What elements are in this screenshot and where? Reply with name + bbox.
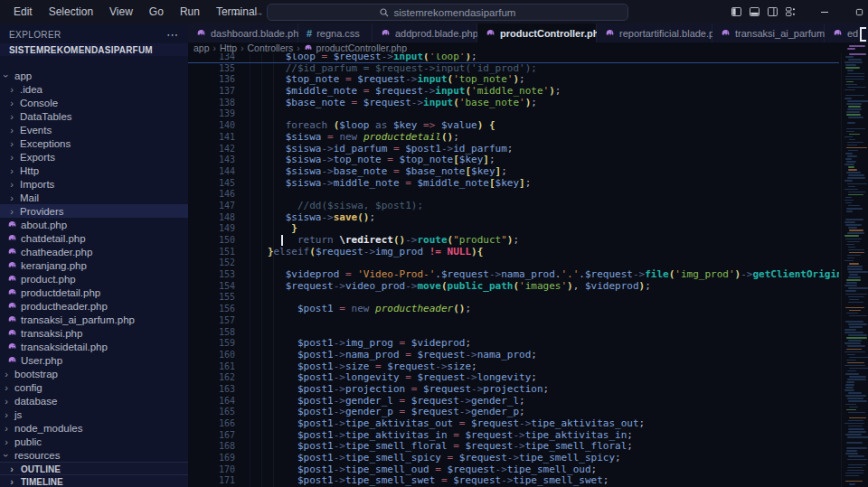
minimap[interactable] bbox=[841, 45, 868, 487]
customize-layout-icon[interactable] bbox=[781, 0, 799, 23]
php-file-icon bbox=[7, 246, 17, 258]
toggle-panel-icon[interactable] bbox=[745, 0, 763, 23]
tree-item-productheader-php[interactable]: productheader.php bbox=[0, 299, 188, 313]
line-number: 139 bbox=[188, 108, 250, 120]
search-value: sistemrekomendasiparfum bbox=[394, 7, 516, 18]
tree-item-resources[interactable]: ›resources bbox=[0, 448, 188, 462]
tab-addprod-blade-php[interactable]: addprod.blade.php bbox=[373, 23, 477, 42]
breadcrumb[interactable]: app›Http›Controllers›productController.p… bbox=[188, 42, 844, 53]
tree-item-label: chatheader.php bbox=[21, 247, 92, 258]
tree-item-transaksi-ai-parfum-php[interactable]: transaksi_ai_parfum.php bbox=[0, 313, 188, 326]
tree-item-datatables[interactable]: ›DataTables bbox=[0, 109, 188, 123]
toggle-secondary-sidebar-icon[interactable] bbox=[763, 0, 781, 23]
tab-overflow-icon bbox=[860, 27, 866, 42]
code-line-154[interactable]: 154 $request->video_prod->move(public_pa… bbox=[188, 281, 839, 293]
explorer-actions-icon[interactable]: ⋯ bbox=[166, 28, 179, 42]
code-line-151[interactable]: 151 }elseif($request->img_prod != NULL){ bbox=[188, 247, 839, 258]
tree-item-providers[interactable]: ›Providers bbox=[0, 204, 188, 218]
tree-item-console[interactable]: ›Console bbox=[0, 96, 188, 109]
tree-item-mail[interactable]: ›Mail bbox=[0, 191, 188, 204]
tree-item-public[interactable]: ›public bbox=[0, 435, 188, 448]
timeline-section-header[interactable]: › TIMELINE bbox=[0, 474, 188, 487]
code-line-160[interactable]: 160 $post1->nama_prod = $request->nama_p… bbox=[188, 350, 839, 361]
menu-go[interactable]: Go bbox=[141, 5, 172, 18]
text-cursor bbox=[281, 235, 283, 246]
tree-item-label: Exports bbox=[20, 152, 55, 163]
tree-item-exports[interactable]: ›Exports bbox=[0, 150, 188, 164]
menu-selection[interactable]: Selection bbox=[41, 5, 101, 18]
nav-forward-icon[interactable]: → bbox=[252, 5, 264, 19]
minimize-icon[interactable] bbox=[816, 0, 834, 23]
breadcrumb-item[interactable]: Controllers bbox=[247, 42, 293, 53]
tab-transaksi-ai-parfum-php[interactable]: transaksi_ai_parfum.php bbox=[712, 23, 825, 42]
tree-item-label: transaksi.php bbox=[21, 328, 82, 339]
tree-item-transaksi-php[interactable]: transaksi.php bbox=[0, 326, 188, 340]
breadcrumb-item[interactable]: Http bbox=[220, 42, 237, 53]
line-number: 140 bbox=[188, 120, 250, 132]
menu-run[interactable]: Run bbox=[172, 5, 208, 18]
breadcrumb-separator-icon: › bbox=[213, 43, 216, 53]
tree-item-chatheader-php[interactable]: chatheader.php bbox=[0, 245, 188, 258]
tree-item-transaksidetail-php[interactable]: transaksidetail.php bbox=[0, 340, 188, 353]
search-input[interactable]: sistemrekomendasiparfum bbox=[267, 4, 628, 21]
code-text: $siswa->middle_note = $middle_note[$key]… bbox=[250, 178, 531, 190]
tree-item-label: Console bbox=[20, 98, 58, 108]
menu-view[interactable]: View bbox=[101, 5, 141, 18]
php-file-icon bbox=[605, 27, 615, 39]
tree-item--idea[interactable]: ›.idea bbox=[0, 82, 188, 96]
code-line-156[interactable]: 156 $post1 = new productheader(); bbox=[188, 304, 839, 315]
line-number: 137 bbox=[188, 86, 250, 98]
tree-item-label: Http bbox=[20, 165, 39, 176]
code-line-171[interactable]: 171 $post1->tipe_smell_swet = $request->… bbox=[188, 475, 839, 487]
tree-item-app[interactable]: ›app bbox=[0, 69, 188, 82]
code-text: $post1 = new productheader(); bbox=[250, 304, 471, 315]
line-number: 162 bbox=[188, 372, 250, 384]
code-line-157[interactable]: 157 bbox=[188, 315, 839, 327]
code-line-138[interactable]: 138 $base_note = $request->input('base_n… bbox=[188, 98, 839, 109]
tree-item-productdetail-php[interactable]: productdetail.php bbox=[0, 286, 188, 299]
line-number: 141 bbox=[188, 132, 250, 144]
toggle-sidebar-icon[interactable] bbox=[727, 0, 745, 23]
tree-item-label: resources bbox=[14, 450, 61, 461]
chevron-right-icon: › bbox=[2, 437, 11, 446]
tab-dashboard-blade-php[interactable]: dashboard.blade.php bbox=[188, 23, 298, 42]
editor-area: 134 $loop = $request->input('loop');135 … bbox=[188, 23, 839, 487]
tree-item-config[interactable]: ›config bbox=[0, 380, 188, 394]
outline-section-header[interactable]: › OUTLINE bbox=[0, 462, 188, 475]
line-number: 138 bbox=[188, 98, 250, 109]
code-line-145[interactable]: 145 $siswa->middle_note = $middle_note[$… bbox=[188, 178, 839, 190]
tab-regna-css[interactable]: #regna.css bbox=[298, 23, 373, 42]
tree-item-imports[interactable]: ›Imports bbox=[0, 177, 188, 191]
tree-item-exceptions[interactable]: ›Exceptions bbox=[0, 136, 188, 150]
tree-item-chatdetail-php[interactable]: chatdetail.php bbox=[0, 231, 188, 245]
tree-item-label: .idea bbox=[20, 84, 42, 95]
tree-item-label: Exceptions bbox=[20, 138, 71, 149]
line-number: 154 bbox=[188, 281, 250, 293]
tree-item-keranjang-php[interactable]: keranjang.php bbox=[0, 258, 188, 272]
tree-item-database[interactable]: ›database bbox=[0, 394, 188, 407]
tab-reportartificial-blade-php[interactable]: reportartificial.blade.php bbox=[597, 23, 712, 42]
tree-item-product-php[interactable]: product.php bbox=[0, 272, 188, 286]
line-number: 144 bbox=[188, 166, 250, 178]
code-view[interactable]: 134 $loop = $request->input('loop');135 … bbox=[188, 52, 839, 487]
menu-edit[interactable]: Edit bbox=[5, 5, 41, 18]
project-section-header[interactable]: SISTEMREKOMENDASIPARFUM bbox=[0, 43, 188, 56]
tab-productcontroller-php[interactable]: productController.php✕ bbox=[477, 23, 597, 42]
code-text: $request->video_prod->move(public_path('… bbox=[250, 281, 651, 293]
breadcrumb-item[interactable]: productController.php bbox=[316, 42, 407, 53]
chevron-right-icon: › bbox=[7, 477, 16, 486]
tree-item-about-php[interactable]: about.php bbox=[0, 218, 188, 231]
tree-item-http[interactable]: ›Http bbox=[0, 164, 188, 177]
php-file-icon bbox=[7, 273, 17, 285]
tree-item-bootstrap[interactable]: ›bootstrap bbox=[0, 367, 188, 380]
nav-back-icon[interactable]: ← bbox=[231, 5, 243, 19]
restore-icon[interactable] bbox=[850, 0, 868, 23]
breadcrumb-item[interactable]: app bbox=[193, 42, 210, 53]
tree-item-node-modules[interactable]: ›node_modules bbox=[0, 421, 188, 435]
window-controls bbox=[727, 0, 868, 23]
tree-item-label: database bbox=[14, 396, 57, 407]
tree-item-js[interactable]: ›js bbox=[0, 407, 188, 421]
tree-item-events[interactable]: ›Events bbox=[0, 123, 188, 136]
tree-item-user-php[interactable]: User.php bbox=[0, 353, 188, 367]
php-file-icon bbox=[196, 27, 206, 39]
